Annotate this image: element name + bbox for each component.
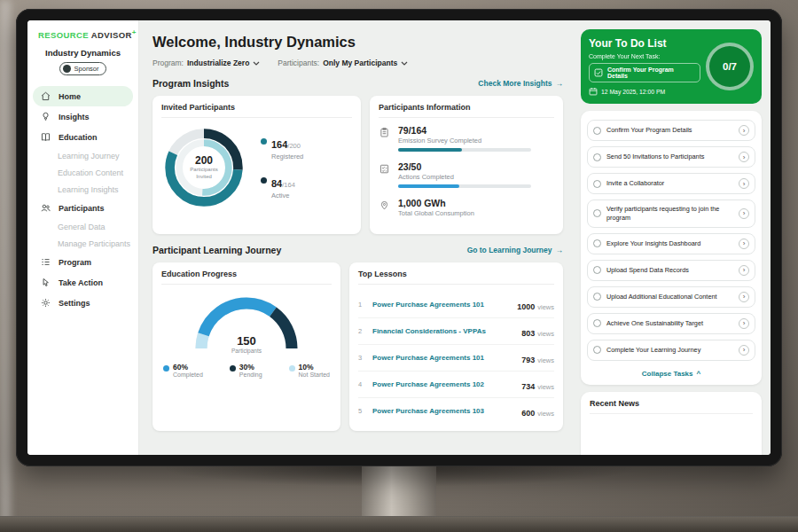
checkbox-icon[interactable] (593, 153, 601, 161)
chevron-glyph: › (743, 239, 746, 247)
link-label: Go to Learning Journey (467, 246, 552, 254)
chevron-right-icon[interactable]: › (739, 345, 749, 356)
sidebar-item-take-action[interactable]: Take Action (27, 272, 138, 293)
lesson-link[interactable]: Power Purchase Agreements 101 (372, 301, 510, 309)
lesson-link[interactable]: Financial Considerations - VPPAs (372, 327, 514, 335)
section-title-program-insights: Program Insights (153, 78, 229, 89)
sidebar-item-general-data[interactable]: General Data (27, 218, 138, 235)
checkbox-icon[interactable] (593, 319, 601, 327)
gear-icon (40, 297, 52, 309)
lesson-link[interactable]: Power Purchase Agreements 102 (372, 380, 514, 388)
checklist-icon (379, 161, 391, 188)
chevron-right-icon[interactable]: › (739, 265, 749, 276)
todo-task[interactable]: Invite a Collaborator › (587, 173, 755, 194)
progress-bar-fill (398, 184, 459, 188)
checkbox-icon[interactable] (593, 266, 601, 274)
check-more-insights-link[interactable]: Check More Insights → (478, 79, 563, 88)
sidebar-item-settings[interactable]: Settings (27, 293, 138, 313)
todo-task[interactable]: Explore Your Insights Dashboard › (587, 233, 755, 254)
monitor-stand (362, 459, 436, 518)
checkbox-icon[interactable] (593, 209, 601, 217)
lesson-row[interactable]: 3 Power Purchase Agreements 101 793views (358, 345, 554, 372)
lesson-row[interactable]: 5 Power Purchase Agreements 103 600views (358, 398, 554, 424)
next-task-row[interactable]: Confirm Your Program Details (589, 63, 700, 82)
sidebar-item-manage-participants[interactable]: Manage Participants (27, 235, 138, 252)
sidebar-item-education-content[interactable]: Education Content (27, 164, 138, 181)
chevron-right-icon[interactable]: › (739, 239, 749, 249)
education-progress-card: Education Progress 150 Participants (153, 262, 340, 431)
todo-task[interactable]: Complete Your Learning Journey › (587, 340, 755, 361)
sidebar-item-label: Participants (59, 204, 105, 213)
legend-dot-completed (163, 365, 169, 372)
checkbox-icon[interactable] (593, 180, 601, 188)
legend-value: 164 (271, 139, 287, 150)
lesson-rank: 1 (358, 301, 365, 309)
book-icon (40, 131, 52, 144)
legend-dot-registered (261, 138, 267, 145)
chevron-right-icon[interactable]: › (739, 318, 749, 329)
monitor-bezel: RESOURCE ADVISOR+ Industry Dynamics Spon… (16, 9, 782, 466)
invited-participants-card: Invited Participants 200 Participants (153, 96, 361, 234)
lesson-link[interactable]: Power Purchase Agreements 103 (372, 407, 514, 415)
info-value: 1,000 GWh (398, 198, 474, 208)
info-row-consumption: 1,000 GWh Total Global Consumption (379, 198, 554, 217)
lesson-views: 803 (521, 329, 535, 338)
participants-filter[interactable]: Participants: Only My Participants (278, 59, 408, 67)
sidebar-item-education[interactable]: Education (27, 127, 138, 147)
chevron-right-icon[interactable]: › (739, 152, 749, 162)
info-row-actions: 23/50 Actions Completed (379, 161, 554, 188)
todo-task[interactable]: Upload Additional Educational Content › (587, 286, 755, 308)
checkbox-icon[interactable] (593, 293, 601, 301)
sidebar-item-participants[interactable]: Participants (27, 198, 138, 218)
collapse-tasks-button[interactable]: Collapse Tasks ^ (587, 366, 755, 379)
todo-task[interactable]: Achieve One Sustainability Target › (587, 313, 755, 334)
desk-edge (0, 516, 798, 532)
sidebar-item-home[interactable]: Home (33, 86, 133, 106)
chevron-right-icon[interactable]: › (739, 292, 749, 302)
lesson-row[interactable]: 4 Power Purchase Agreements 102 734views (358, 372, 554, 398)
program-filter[interactable]: Program: Industrialize Zero (153, 59, 260, 67)
page-title: Welcome, Industry Dynamics (153, 34, 563, 51)
card-title: Education Progress (161, 270, 332, 285)
chevron-right-icon[interactable]: › (739, 178, 749, 189)
checkbox-icon[interactable] (593, 127, 601, 135)
checkbox-icon[interactable] (593, 346, 601, 354)
lesson-link[interactable]: Power Purchase Agreements 101 (372, 354, 514, 362)
lesson-views-label: views (537, 356, 554, 364)
top-lessons-card: Top Lessons 1 Power Purchase Agreements … (349, 262, 563, 431)
bulb-icon (40, 111, 52, 123)
sidebar-item-learning-insights[interactable]: Learning Insights (27, 181, 138, 198)
chevron-right-icon[interactable]: › (739, 125, 749, 136)
lesson-row[interactable]: 1 Power Purchase Agreements 101 1000view… (358, 292, 554, 318)
todo-title: Your To Do List (589, 37, 700, 50)
task-label: Explore Your Insights Dashboard (606, 239, 733, 248)
recent-news-title: Recent News (590, 399, 753, 414)
info-label: Total Global Consumption (398, 209, 474, 217)
todo-task[interactable]: Verify participants requesting to join t… (587, 200, 755, 228)
legend-not-started: 10% Not Started (289, 363, 330, 378)
chevron-right-icon[interactable]: › (739, 208, 749, 219)
todo-task[interactable]: Send 50 Invitations to Participants › (587, 146, 755, 168)
card-title: Participants Information (379, 103, 554, 118)
lesson-row[interactable]: 2 Financial Considerations - VPPAs 803vi… (358, 318, 554, 345)
org-name: Industry Dynamics (27, 48, 138, 58)
lesson-rank: 3 (358, 354, 365, 362)
legend-dot-pending (230, 365, 236, 372)
checkbox-icon[interactable] (593, 239, 601, 247)
legend-label: Active (271, 192, 295, 200)
chevron-down-icon (253, 61, 260, 66)
legend-pct: 10% (299, 363, 330, 372)
lesson-views-label: views (537, 410, 554, 418)
sidebar-item-insights[interactable]: Insights (27, 106, 138, 127)
lesson-views: 734 (521, 382, 535, 391)
todo-task[interactable]: Confirm Your Program Details › (587, 120, 755, 141)
filters-row: Program: Industrialize Zero Participants… (153, 59, 563, 67)
program-filter-value: Industrialize Zero (187, 59, 249, 67)
app-window: RESOURCE ADVISOR+ Industry Dynamics Spon… (27, 20, 771, 455)
sidebar-item-program[interactable]: Program (27, 252, 138, 272)
legend-total: /200 (287, 142, 301, 150)
go-to-learning-journey-link[interactable]: Go to Learning Journey → (467, 246, 563, 254)
donut-center-label: Participants Invited (186, 167, 222, 181)
sidebar-item-learning-journey[interactable]: Learning Journey (27, 147, 138, 164)
todo-task[interactable]: Upload Spend Data Records › (587, 260, 755, 281)
